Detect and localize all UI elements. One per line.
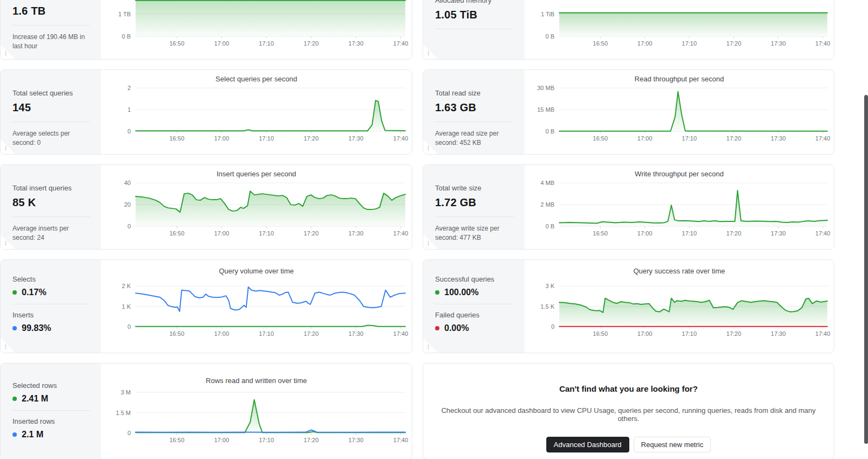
svg-text:2 K: 2 K [122,283,131,289]
svg-text:1.5 K: 1.5 K [540,303,554,309]
chart-area: Select queries per second 21016:5017:001… [101,70,412,154]
drag-handle-icon[interactable]: ⋮ [426,51,431,56]
advanced-dashboard-button[interactable]: Advanced Dashboard [546,437,629,452]
svg-text:1 K: 1 K [122,303,131,309]
chart-area: Rows read and written over time 3 M1.5 M… [101,364,412,459]
svg-text:17:40: 17:40 [815,230,831,237]
svg-text:17:10: 17:10 [259,40,274,47]
request-new-metric-button[interactable]: Request new metric [634,437,711,452]
card-corner-fold: ⋮ [1,234,15,249]
svg-text:16:50: 16:50 [593,135,608,142]
svg-text:16:50: 16:50 [169,230,184,237]
insert-queries-chart[interactable]: 4020016:5017:0017:1017:2017:3017:40 [101,179,412,249]
svg-text:15 MB: 15 MB [537,106,554,113]
svg-text:17:30: 17:30 [348,437,363,443]
drag-handle-icon[interactable]: ⋮ [3,146,8,151]
chart-title: Read throughput per second [525,70,834,84]
green-dot-icon [435,290,439,295]
chart-title: Select queries per second [101,70,412,84]
svg-text:17:00: 17:00 [637,135,653,142]
stat-value: 85 K [12,196,90,209]
svg-text:17:10: 17:10 [682,230,697,237]
svg-text:16:50: 16:50 [593,230,608,237]
select-queries-chart[interactable]: 21016:5017:0017:1017:2017:3017:40 [101,84,412,154]
stat-panel: Selects 0.17% Inserts 99.83% ⋮ [1,260,101,353]
stat-value: 100.00% [444,288,478,297]
svg-text:17:40: 17:40 [815,40,831,47]
chart-title: Rows read and written over time [101,364,412,382]
card-corner-fold: ⋮ [423,234,438,249]
metric-card-insert-queries: Total insert queries 85 K Average insert… [0,164,412,250]
stat-value-group: 2.41 M [12,394,90,404]
stat-panel: Successful queries 100.00% Failed querie… [423,260,525,353]
drag-handle-icon[interactable]: ⋮ [3,241,8,246]
drag-handle-icon[interactable]: ⋮ [3,51,8,56]
stat-subtext: Average read size per second: 452 KB [435,129,514,148]
stat-label: Total read size [435,89,514,97]
svg-text:17:20: 17:20 [726,230,742,237]
dashboard-row-4: Selects 0.17% Inserts 99.83% ⋮ Query vol… [0,259,868,353]
write-throughput-chart[interactable]: 4 MB2 MB0 B16:5017:0017:1017:2017:3017:4… [525,179,834,249]
drag-handle-icon[interactable]: ⋮ [3,345,8,349]
svg-text:17:30: 17:30 [771,330,786,337]
svg-text:17:00: 17:00 [637,230,653,237]
stat-label: Selects [12,275,90,283]
svg-text:17:20: 17:20 [726,40,742,47]
svg-text:1 TB: 1 TB [118,10,131,17]
divider [435,29,514,29]
chart-area: Query volume over time 2 K1 K016:5017:00… [101,260,412,353]
stat-panel: Total read size 1.63 GB Average read siz… [423,70,525,154]
storage-chart[interactable]: 1 TB0 B16:5017:0017:1017:2017:3017:40 [101,0,412,59]
stat-value: 2.1 M [22,430,43,439]
drag-handle-icon[interactable]: ⋮ [426,241,431,246]
svg-text:17:10: 17:10 [259,230,274,237]
dashboard-row-5: Selected rows 2.41 M Inserted rows 2.1 M… [0,363,868,459]
read-throughput-chart[interactable]: 30 MB15 MB0 B16:5017:0017:1017:2017:3017… [525,84,834,154]
query-volume-chart[interactable]: 2 K1 K016:5017:0017:1017:2017:3017:40 [101,277,412,353]
svg-text:17:00: 17:00 [214,437,229,443]
card-corner-fold: ⋮ [1,44,15,59]
svg-text:17:40: 17:40 [815,135,831,142]
svg-text:17:10: 17:10 [682,40,697,47]
stat-panel: Total insert queries 85 K Average insert… [1,165,101,249]
divider [12,216,90,217]
drag-handle-icon[interactable]: ⋮ [426,345,431,349]
svg-text:17:20: 17:20 [304,230,319,237]
svg-text:17:40: 17:40 [393,330,409,337]
red-dot-icon [435,326,439,330]
card-corner-fold: ⋮ [1,338,15,353]
svg-text:20: 20 [124,201,131,208]
drag-handle-icon[interactable]: ⋮ [426,146,431,151]
query-success-rate-chart[interactable]: 3 K1.5 K016:5017:0017:1017:2017:3017:40 [525,277,834,353]
svg-text:16:50: 16:50 [169,135,184,142]
stat-panel: Total select queries 145 Average selects… [1,70,101,154]
chart-title: Insert queries per second [101,165,412,179]
svg-text:17:40: 17:40 [393,40,409,47]
stat-label: Allocated memory [435,0,514,4]
blue-dot-icon [12,432,17,437]
svg-text:4 MB: 4 MB [540,180,554,186]
chart-area: Query success rate over time 3 K1.5 K016… [525,260,834,353]
stat-value-group: 0.00% [435,323,514,333]
svg-text:16:50: 16:50 [169,437,184,443]
svg-text:40: 40 [124,180,131,186]
svg-text:16:50: 16:50 [593,40,608,47]
svg-text:17:10: 17:10 [259,437,274,443]
green-dot-icon [12,290,17,295]
card-corner-fold: ⋮ [1,139,15,154]
card-corner-fold: ⋮ [423,44,438,59]
stat-label: Total select queries [12,89,90,97]
rows-read-written-chart[interactable]: 3 M1.5 M016:5017:0017:1017:2017:3017:40 [101,382,412,459]
divider [12,122,90,122]
stat-label: Inserted rows [12,417,90,425]
cta-body: Checkout our advanced dashboard to view … [439,406,819,423]
metric-card-query-success: Successful queries 100.00% Failed querie… [423,259,834,353]
vertical-scrollbar-thumb[interactable] [864,95,868,444]
allocated-memory-chart[interactable]: 1 TiB0 B16:5017:0017:1017:2017:3017:40 [525,0,834,59]
card-corner-fold: ⋮ [423,139,438,154]
metric-card-write-size: Total write size 1.72 GB Average write s… [423,164,834,250]
stat-label: Successful queries [435,275,514,283]
stat-panel: Allocated memory 1.05 TiB ⋮ [423,0,525,59]
svg-text:1 TiB: 1 TiB [541,10,554,17]
stat-value: 99.83% [22,323,51,333]
